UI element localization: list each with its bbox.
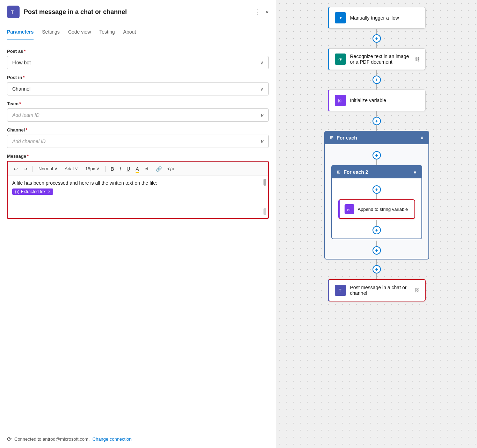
message-editor-wrapper: ↩ ↪ Normal ∨ Arial ∨ 15px xyxy=(7,161,269,219)
change-connection-link[interactable]: Change connection xyxy=(93,436,132,442)
trigger-node-icon xyxy=(335,12,346,23)
strikethrough-button[interactable]: S xyxy=(143,165,152,173)
svg-text:👁: 👁 xyxy=(338,57,342,62)
tab-codeview[interactable]: Code view xyxy=(68,24,91,40)
foreach-1-container: ⊞ For each ∧ + ⊞ For each 2 ∧ xyxy=(324,131,429,259)
connector-line-2 xyxy=(376,43,377,48)
connection-icon: ⟳ xyxy=(7,436,12,442)
connection-info: ⟳ Connected to antrod@microsoft.com. Cha… xyxy=(0,430,276,448)
team-dropdown[interactable]: Add team ID ∨ xyxy=(7,108,269,122)
append-node[interactable]: {x} Append to string variable xyxy=(338,199,415,219)
message-group: Message* ↩ ↪ Normal ∨ Arial xyxy=(7,154,269,219)
channel-group: Channel* Add channel ID ∨ xyxy=(7,127,269,148)
team-group: Team* Add team ID ∨ xyxy=(7,101,269,122)
initialize-node[interactable]: {x} Initialize variable xyxy=(328,90,426,111)
scrollbar-thumb-down[interactable] xyxy=(263,208,266,215)
connector-3: + xyxy=(373,111,381,131)
foreach-1-label: For each xyxy=(337,135,357,141)
add-step-after-append-button[interactable]: + xyxy=(373,226,381,234)
connector-line-after xyxy=(376,259,377,265)
channel-chevron-icon: ∨ xyxy=(260,138,263,144)
recognize-node-label: Recognize text in an image or a PDF docu… xyxy=(350,54,411,65)
connector-line-4 xyxy=(376,84,377,90)
tab-parameters[interactable]: Parameters xyxy=(7,24,34,40)
foreach-inner-connector-1: + xyxy=(373,151,381,165)
font-dropdown[interactable]: Arial ∨ xyxy=(63,165,80,172)
foreach2-resize-icon: ⊞ xyxy=(337,170,340,175)
underline-button[interactable]: U xyxy=(125,165,131,172)
code-button[interactable]: </> xyxy=(166,165,176,172)
extracted-text-token[interactable]: {x} Extracted text × xyxy=(12,189,53,195)
add-step-button-2[interactable]: + xyxy=(373,76,381,84)
add-step-foreach1-button[interactable]: + xyxy=(373,151,381,159)
post-in-dropdown[interactable]: Channel ∨ xyxy=(7,82,269,95)
highlight-button[interactable]: A xyxy=(134,165,140,172)
foreach-resize-icon: ⊞ xyxy=(330,135,333,140)
post-message-node-label: Post message in a chat or channel xyxy=(350,285,410,296)
foreach-inner-line xyxy=(376,159,377,165)
form-content: Post as* Flow bot ∨ Post in* Channel ∨ T… xyxy=(0,40,276,427)
message-editor[interactable]: ↩ ↪ Normal ∨ Arial ∨ 15px xyxy=(8,162,268,218)
channel-dropdown[interactable]: Add channel ID ∨ xyxy=(7,135,269,148)
post-as-dropdown[interactable]: Flow bot ∨ xyxy=(7,56,269,69)
italic-button[interactable]: I xyxy=(118,165,122,172)
foreach2-bottom-line xyxy=(376,220,377,226)
add-step-button-1[interactable]: + xyxy=(373,34,381,43)
flow-canvas: Manually trigger a flow + 👁 Recognize te… xyxy=(276,0,477,448)
connector-1: + xyxy=(373,29,381,48)
page-title: Post message in a chat or channel xyxy=(24,8,127,16)
style-dropdown[interactable]: Normal ∨ xyxy=(36,165,60,172)
foreach-2-collapse-icon[interactable]: ∧ xyxy=(413,170,417,175)
token-label: Extracted text xyxy=(21,189,46,194)
link-button[interactable]: 🔗 xyxy=(154,165,163,172)
foreach-2-header[interactable]: ⊞ For each 2 ∧ xyxy=(332,166,421,178)
editor-token-line: {x} Extracted text × xyxy=(12,189,263,195)
add-step-foreach1-bottom-button[interactable]: + xyxy=(373,246,381,255)
panel-header: T Post message in a chat or channel ⋮ « xyxy=(0,0,276,24)
token-close-icon[interactable]: × xyxy=(48,189,50,194)
connector-line-5 xyxy=(376,111,377,117)
connector-line xyxy=(376,29,377,34)
post-in-group: Post in* Channel ∨ xyxy=(7,75,269,95)
append-node-label: Append to string variable xyxy=(358,207,410,212)
editor-content[interactable]: A file has been processed and here is al… xyxy=(8,176,268,218)
foreach-2-container: ⊞ For each 2 ∧ + {x} xyxy=(331,165,422,239)
collapse-panel-icon[interactable]: « xyxy=(266,9,269,15)
tab-about[interactable]: About xyxy=(123,24,136,40)
svg-text:T: T xyxy=(11,9,14,15)
foreach-2-label: For each 2 xyxy=(344,169,368,175)
recognize-node-icon: 👁 xyxy=(335,54,346,65)
toolbar-separator-2 xyxy=(105,166,106,172)
scrollbar-thumb-up[interactable] xyxy=(263,179,266,186)
add-step-foreach2-button[interactable]: + xyxy=(373,185,381,194)
connector-2: + xyxy=(373,70,381,90)
svg-text:{x}: {x} xyxy=(338,99,342,102)
trigger-node[interactable]: Manually trigger a flow xyxy=(328,7,426,29)
add-step-after-foreach-button[interactable]: + xyxy=(373,265,381,273)
foreach-2-body: + {x} Append to string variable xyxy=(332,178,421,239)
team-chevron-icon: ∨ xyxy=(260,112,263,118)
add-step-button-3[interactable]: + xyxy=(373,117,381,125)
size-chevron-icon: ∨ xyxy=(96,166,100,171)
editor-text: A file has been processed and here is al… xyxy=(12,180,263,186)
initialize-node-label: Initialize variable xyxy=(350,98,420,103)
teams-icon: T xyxy=(7,6,20,18)
connector-after-foreach: + xyxy=(373,259,381,279)
svg-text:S: S xyxy=(145,166,148,171)
post-as-chevron-icon: ∨ xyxy=(260,60,263,65)
bold-button[interactable]: B xyxy=(109,165,115,172)
undo-button[interactable]: ↩ xyxy=(12,165,19,172)
svg-text:T: T xyxy=(339,288,341,293)
editor-toolbar: ↩ ↪ Normal ∨ Arial ∨ 15px xyxy=(8,162,268,176)
post-message-node[interactable]: T Post message in a chat or channel ⛓ xyxy=(328,279,426,301)
more-options-icon[interactable]: ⋮ xyxy=(254,8,261,16)
redo-button[interactable]: ↪ xyxy=(22,165,29,172)
recognize-node[interactable]: 👁 Recognize text in an image or a PDF do… xyxy=(328,48,426,70)
size-dropdown[interactable]: 15px ∨ xyxy=(83,165,102,172)
foreach-1-header[interactable]: ⊞ For each ∧ xyxy=(325,131,428,144)
foreach-1-collapse-icon[interactable]: ∧ xyxy=(420,135,424,140)
tab-testing[interactable]: Testing xyxy=(99,24,115,40)
panel-title-area: T Post message in a chat or channel xyxy=(7,6,127,18)
post-message-node-icon: T xyxy=(335,285,346,296)
tab-settings[interactable]: Settings xyxy=(42,24,60,40)
